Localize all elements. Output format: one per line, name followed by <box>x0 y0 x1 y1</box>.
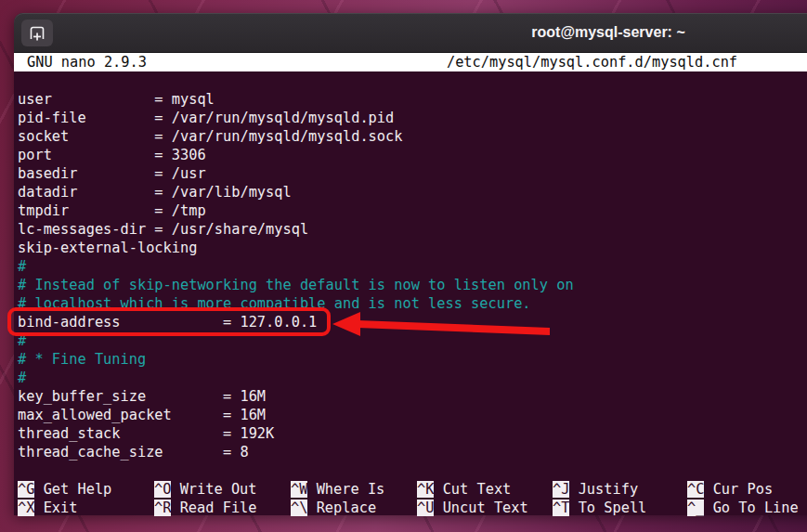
config-line: port = 3306 <box>18 146 807 164</box>
config-line: key_buffer_size = 16M <box>18 387 807 406</box>
config-line: pid-file = /var/run/mysqld/mysqld.pid <box>18 109 807 127</box>
shortcut-key: ^X <box>18 500 34 516</box>
config-line: user = mysql <box>18 90 807 109</box>
config-line: datadir = /var/lib/mysql <box>18 183 807 201</box>
shortcut-label: Get Help <box>34 481 111 498</box>
shortcut-read-file: ^R Read File <box>154 499 257 517</box>
config-comment-line: # <box>18 369 807 387</box>
shortcut-key: ^\ <box>291 500 307 516</box>
shortcut-cut-text: ^K Cut Text <box>417 480 511 499</box>
shortcut-key: ^T <box>553 500 569 516</box>
terminal-window: root@mysql-server: ~ GNU nano 2.9.3 /etc… <box>14 13 807 515</box>
shortcut-get-help: ^G Get Help <box>18 480 111 499</box>
shortcut-key: ^O <box>154 481 171 498</box>
shortcut-to-spell: ^T To Spell <box>553 499 646 517</box>
shortcut-key: ^K <box>417 481 434 498</box>
shortcut-label: Cur Pos <box>704 481 773 498</box>
shortcut-label: Replace <box>307 500 376 516</box>
shortcut-label: Read File <box>171 500 256 516</box>
shortcut-key: ^R <box>154 500 171 516</box>
shortcut-label: Uncut Text <box>434 500 527 516</box>
config-line: basedir = /usr <box>18 164 807 183</box>
shortcut-label: Go To Line <box>704 500 798 516</box>
new-tab-button[interactable] <box>21 19 53 46</box>
shortcut-key: ^W <box>291 481 307 498</box>
shortcut-row-1: ^G Get Help^O Write Out^W Where Is^K Cut… <box>18 480 807 499</box>
config-comment-line: # <box>18 331 807 350</box>
shortcut-uncut-text: ^U Uncut Text <box>417 499 528 517</box>
shortcut-replace: ^\ Replace <box>291 499 376 517</box>
shortcut-go-to-line: ^_ Go To Line <box>687 499 799 517</box>
config-line: socket = /var/run/mysqld/mysqld.sock <box>18 127 807 146</box>
terminal-titlebar[interactable]: root@mysql-server: ~ <box>14 13 807 53</box>
shortcut-row-2: ^X Exit^R Read File^\ Replace^U Uncut Te… <box>18 499 807 517</box>
config-line: max_allowed_packet = 16M <box>18 406 807 424</box>
shortcut-label: Write Out <box>171 481 256 498</box>
nano-filename-label: /etc/mysql/mysql.conf.d/mysqld.cnf <box>14 53 807 71</box>
config-comment-line: # localhost which is more compatible and… <box>18 294 807 313</box>
shortcut-write-out: ^O Write Out <box>154 480 257 499</box>
config-line: tmpdir = /tmp <box>18 201 807 220</box>
tab-new-icon <box>29 25 46 41</box>
shortcut-key: ^C <box>687 481 704 498</box>
shortcut-where-is: ^W Where Is <box>291 480 384 499</box>
config-line: thread_stack = 192K <box>18 424 807 443</box>
shortcut-exit: ^X Exit <box>18 499 77 517</box>
editor-text-area[interactable]: user = mysqlpid-file = /var/run/mysqld/m… <box>18 90 807 461</box>
shortcut-label: Cut Text <box>434 481 511 498</box>
nano-header: GNU nano 2.9.3 /etc/mysql/mysql.conf.d/m… <box>14 53 807 71</box>
shortcut-label: To Spell <box>569 500 646 516</box>
window-title: root@mysql-server: ~ <box>531 13 684 52</box>
shortcut-justify: ^J Justify <box>553 480 638 499</box>
shortcut-label: Where Is <box>307 481 384 498</box>
shortcut-cur-pos: ^C Cur Pos <box>687 480 773 499</box>
config-comment-line: # Instead of skip-networking the default… <box>18 276 807 294</box>
shortcut-key: ^_ <box>687 500 704 516</box>
shortcut-key: ^G <box>18 481 34 498</box>
config-comment-line: # * Fine Tuning <box>18 350 807 369</box>
config-line: thread_cache_size = 8 <box>18 443 807 461</box>
config-line: lc-messages-dir = /usr/share/mysql <box>18 220 807 239</box>
shortcut-label: Justify <box>569 481 638 498</box>
desktop-background: root@mysql-server: ~ GNU nano 2.9.3 /etc… <box>0 0 807 532</box>
shortcut-key: ^J <box>553 481 569 498</box>
shortcut-label: Exit <box>34 500 77 516</box>
config-line: bind-address = 127.0.0.1 <box>18 313 807 331</box>
config-comment-line: # <box>18 257 807 276</box>
config-line: skip-external-locking <box>18 239 807 257</box>
shortcut-key: ^U <box>417 500 434 516</box>
